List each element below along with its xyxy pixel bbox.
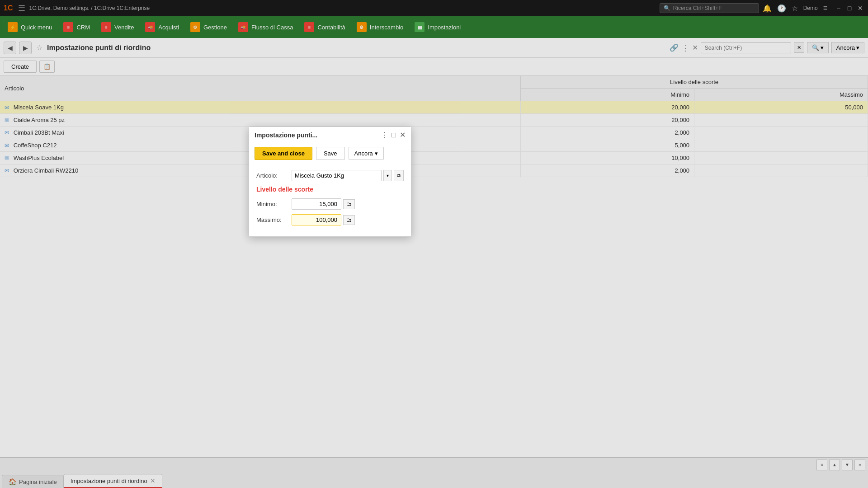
- row-name: Cimbali 203Bt Maxi: [14, 129, 64, 136]
- modal-dialog: Impostazione punti... ⋮ □ ✕ Save and clo…: [249, 127, 411, 237]
- settings-icon[interactable]: ≡: [823, 4, 827, 12]
- search-execute-icon: 🔍: [812, 44, 819, 51]
- min-calc-button[interactable]: 🗂: [343, 199, 355, 209]
- row-icon: ✉: [5, 130, 9, 136]
- article-select-wrapper: Miscela Gusto 1Kg ▾ ⧉: [292, 170, 404, 181]
- hamburger-icon[interactable]: ☰: [18, 3, 25, 13]
- search-clear-button[interactable]: ✕: [794, 42, 804, 53]
- window-controls[interactable]: – □ ✕: [835, 4, 864, 12]
- row-icon: ✉: [5, 117, 9, 123]
- app-title: 1C:Drive. Demo settings. / 1C:Drive 1C:E…: [29, 5, 656, 11]
- interscambio-label: Interscambio: [370, 24, 403, 31]
- max-row: Massimo: 🗂: [256, 214, 404, 225]
- page-close-icon[interactable]: ✕: [692, 43, 698, 52]
- article-label: Articolo:: [256, 172, 288, 179]
- search-placeholder: Ricerca Ctrl+Shift+F: [673, 5, 722, 11]
- maximize-button[interactable]: □: [845, 4, 854, 12]
- close-window-button[interactable]: ✕: [856, 4, 864, 12]
- page-title: Impostazione punti di riordino: [47, 44, 667, 52]
- copy-button[interactable]: 📋: [39, 61, 55, 73]
- table-cell-max: [694, 164, 868, 177]
- max-input[interactable]: [292, 214, 341, 225]
- menu-item-vendite[interactable]: ≡ Vendite: [95, 20, 139, 34]
- gestione-label: Gestione: [203, 24, 227, 31]
- ancora-modal-button[interactable]: Ancora ▾: [349, 147, 384, 160]
- modal-title: Impostazione punti...: [255, 131, 377, 139]
- acquisti-label: Acquisti: [158, 24, 179, 31]
- menu-item-flusso-cassa[interactable]: 🚚 Flusso di Cassa: [232, 20, 298, 34]
- table-row[interactable]: ✉ Cimbali 203Bt Maxi 2,000: [0, 127, 868, 139]
- table-cell-max: [694, 127, 868, 139]
- search-execute-arrow: ▾: [821, 44, 824, 51]
- table-row[interactable]: ✉ CoffeShop C212 5,000: [0, 139, 868, 152]
- save-and-close-button[interactable]: Save and close: [255, 147, 312, 160]
- row-name: Cialde Aroma 25 pz: [14, 117, 65, 123]
- menu-item-gestione[interactable]: ⚙ Gestione: [184, 20, 232, 34]
- content-area: Articolo Livello delle scorte Minimo Mas…: [0, 76, 868, 472]
- vendite-icon: ≡: [101, 22, 112, 33]
- table-cell-min: 2,000: [521, 164, 694, 177]
- scroll-first-button[interactable]: «: [816, 460, 827, 470]
- modal-more-button[interactable]: ⋮: [381, 131, 388, 139]
- menu-item-impostazioni[interactable]: ▦ Impostazioni: [409, 20, 466, 34]
- menu-item-interscambio[interactable]: ⚙ Interscambio: [351, 20, 409, 34]
- scroll-last-button[interactable]: »: [854, 460, 865, 470]
- global-search[interactable]: 🔍 Ricerca Ctrl+Shift+F: [660, 3, 759, 13]
- row-name: Miscela Soave 1Kg: [14, 104, 64, 111]
- min-row: Minimo: 🗂: [256, 198, 404, 210]
- tab-close-icon[interactable]: ✕: [150, 477, 156, 484]
- article-dropdown-button[interactable]: ▾: [383, 170, 392, 181]
- modal-maximize-button[interactable]: □: [392, 131, 396, 139]
- home-tab-icon: 🏠: [9, 478, 16, 485]
- quick-menu-icon: ⚡: [7, 22, 18, 33]
- toolbar-right: 🔗 ⋮ ✕ ✕ 🔍 ▾ Ancora ▾: [670, 42, 864, 53]
- menu-item-quick-menu[interactable]: ⚡ Quick menu: [2, 20, 57, 34]
- article-row: Articolo: Miscela Gusto 1Kg ▾ ⧉: [256, 170, 404, 181]
- scroll-prev-button[interactable]: ▲: [829, 460, 840, 470]
- save-button[interactable]: Save: [316, 147, 345, 160]
- modal-header-actions: ⋮ □ ✕: [381, 131, 406, 139]
- article-select[interactable]: Miscela Gusto 1Kg: [292, 170, 382, 181]
- crm-icon: ≡: [63, 22, 74, 33]
- row-name: Orziera Cimbali RW2210: [14, 167, 79, 174]
- star-icon[interactable]: ☆: [792, 4, 798, 13]
- menu-item-contabilita[interactable]: ≡ Contabilità: [298, 20, 350, 34]
- table-cell-min: 20,000: [521, 114, 694, 127]
- tab-impostazione[interactable]: Impostazione punti di riordino ✕: [64, 474, 162, 488]
- create-button[interactable]: Create: [4, 61, 37, 73]
- ancora-modal-label: Ancora: [354, 150, 373, 157]
- section-title: Livello delle scorte: [256, 186, 404, 193]
- page-search-input[interactable]: [701, 42, 791, 53]
- col-max-header: Massimo: [694, 89, 868, 101]
- col-level-header: Livello delle scorte: [521, 76, 868, 89]
- clock-icon[interactable]: 🕐: [777, 4, 786, 13]
- menu-item-crm[interactable]: ≡ CRM: [57, 20, 95, 34]
- modal-close-button[interactable]: ✕: [400, 131, 406, 139]
- article-link-button[interactable]: ⧉: [394, 170, 404, 181]
- table-row[interactable]: ✉ Cialde Aroma 25 pz 20,000: [0, 114, 868, 127]
- table-row[interactable]: ✉ Orziera Cimbali RW2210 2,000: [0, 164, 868, 177]
- page-toolbar: ◀ ▶ ☆ Impostazione punti di riordino 🔗 ⋮…: [0, 38, 868, 58]
- scroll-next-button[interactable]: ▼: [842, 460, 853, 470]
- forward-button[interactable]: ▶: [19, 42, 32, 54]
- table-row[interactable]: ✉ WashPlus Ecolabel 10,000: [0, 152, 868, 164]
- max-calc-button[interactable]: 🗂: [343, 215, 355, 225]
- search-execute-button[interactable]: 🔍 ▾: [807, 42, 829, 53]
- tab-home[interactable]: 🏠 Pagina iniziale: [2, 475, 64, 488]
- table-cell-min: 5,000: [521, 139, 694, 152]
- link-icon[interactable]: 🔗: [670, 43, 679, 52]
- col-min-header: Minimo: [521, 89, 694, 101]
- minimize-button[interactable]: –: [835, 4, 843, 12]
- menu-item-acquisti[interactable]: 🚚 Acquisti: [139, 20, 184, 34]
- back-button[interactable]: ◀: [4, 42, 16, 54]
- app-logo: 1C: [4, 4, 13, 12]
- ancora-toolbar-button[interactable]: Ancora ▾: [831, 42, 864, 53]
- bell-icon[interactable]: 🔔: [763, 4, 772, 13]
- flusso-cassa-icon: 🚚: [238, 22, 249, 33]
- more-options-icon[interactable]: ⋮: [681, 43, 689, 53]
- min-input[interactable]: [292, 198, 341, 210]
- table-row[interactable]: ✉ Miscela Soave 1Kg 20,000 50,000: [0, 101, 868, 114]
- favorite-button[interactable]: ☆: [36, 43, 42, 52]
- ancora-toolbar-label: Ancora: [836, 44, 855, 51]
- scroll-area[interactable]: Articolo Livello delle scorte Minimo Mas…: [0, 76, 868, 457]
